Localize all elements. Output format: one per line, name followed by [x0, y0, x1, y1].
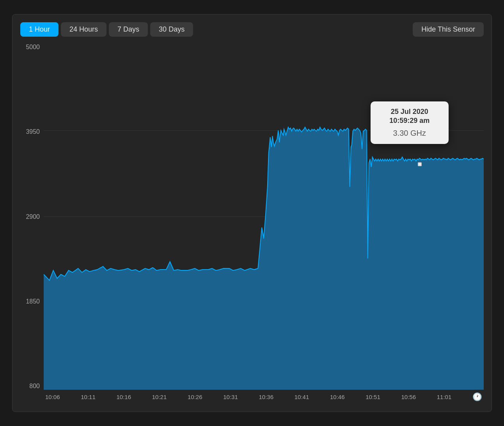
chart-body: 10:06 10:11 10:16 10:21 10:26 10:31 10:3… [44, 44, 484, 404]
x-label-1026: 10:26 [188, 394, 202, 400]
clock-icon: 🕐 [472, 392, 482, 401]
crosshair-dot [418, 162, 422, 166]
chart-svg [44, 44, 484, 390]
x-label-1101: 11:01 [437, 394, 452, 400]
x-label-1051: 10:51 [366, 394, 380, 400]
x-label-1056: 10:56 [401, 394, 416, 400]
btn-24hours[interactable]: 24 Hours [61, 22, 106, 37]
y-axis: 5000 3950 2900 1850 800 [20, 44, 44, 404]
hide-sensor-button[interactable]: Hide This Sensor [413, 22, 484, 37]
x-label-1006: 10:06 [45, 394, 60, 400]
chart-container: 1 Hour 24 Hours 7 Days 30 Days Hide This… [12, 14, 492, 412]
y-label-2900: 2900 [20, 213, 44, 220]
time-buttons: 1 Hour 24 Hours 7 Days 30 Days [20, 22, 193, 37]
x-label-1046: 10:46 [330, 394, 345, 400]
x-label-1031: 10:31 [223, 394, 238, 400]
btn-1hour[interactable]: 1 Hour [20, 22, 59, 37]
btn-30days[interactable]: 30 Days [150, 22, 193, 37]
x-label-1016: 10:16 [117, 394, 131, 400]
x-label-1041: 10:41 [295, 394, 309, 400]
y-label-1850: 1850 [20, 298, 44, 305]
x-axis: 10:06 10:11 10:16 10:21 10:26 10:31 10:3… [44, 390, 484, 404]
x-label-1036: 10:36 [259, 394, 274, 400]
y-label-3950: 3950 [20, 128, 44, 135]
toolbar: 1 Hour 24 Hours 7 Days 30 Days Hide This… [20, 22, 484, 37]
chart-area: 5000 3950 2900 1850 800 [20, 44, 484, 404]
x-label-1011: 10:11 [81, 394, 96, 400]
svg-marker-1 [44, 127, 484, 390]
btn-7days[interactable]: 7 Days [109, 22, 148, 37]
y-label-5000: 5000 [20, 44, 44, 51]
x-label-1021: 10:21 [152, 394, 167, 400]
y-label-800: 800 [20, 383, 44, 390]
